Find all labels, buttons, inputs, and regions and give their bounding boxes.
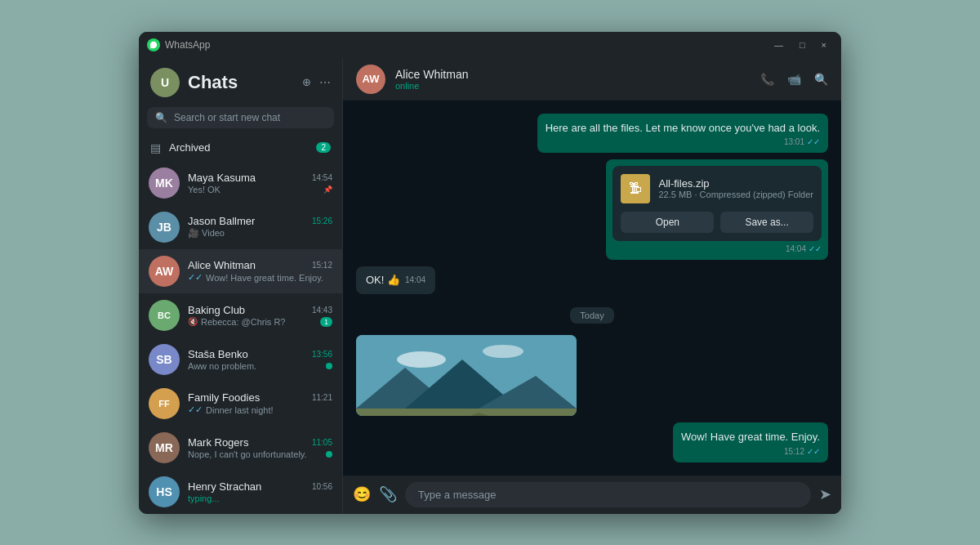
message-time-2: 14:04 — [786, 244, 806, 253]
message-tick-final: ✓✓ — [807, 447, 820, 456]
search-input[interactable] — [174, 112, 326, 123]
app-title: WhatsApp — [165, 39, 768, 51]
chat-avatar-mark: MR — [149, 432, 180, 463]
chat-info-alice: Alice Whitman 15:12 ✓✓ Wow! Have great t… — [188, 259, 332, 283]
file-actions: Open Save as... — [621, 212, 813, 233]
chat-list: MK Maya Kasuma 14:54 Yes! OK 📌 — [139, 161, 342, 514]
chat-topbar-status: online — [395, 81, 751, 91]
message-file-card: 🗜 All-files.zip 22.5 MB · Compressed (zi… — [606, 159, 828, 260]
sidebar-action-icons: ⊕ ⋯ — [302, 76, 331, 89]
message-tick-2: ✓✓ — [808, 244, 822, 253]
voice-call-icon[interactable]: 📞 — [760, 73, 774, 86]
chat-item-family[interactable]: FF Family Foodies 11:21 ✓✓ Dinner last n… — [139, 382, 342, 426]
archived-badge: 2 — [316, 142, 331, 153]
archived-row[interactable]: ▤ Archived 2 — [139, 135, 342, 161]
message-input[interactable] — [405, 482, 811, 507]
chat-preview-maya: Yes! OK — [188, 185, 220, 194]
chat-time-mark: 11:05 — [312, 438, 332, 447]
chat-time-jason: 15:26 — [312, 217, 332, 226]
file-size: 22.5 MB · Compressed (zipped) Folder — [658, 190, 813, 199]
file-info: All-files.zip 22.5 MB · Compressed (zipp… — [658, 177, 813, 199]
main-layout: U Chats ⊕ ⋯ 🔍 ▤ Archived 2 — [139, 58, 841, 514]
chat-topbar-name: Alice Whitman — [395, 68, 751, 81]
new-chat-icon[interactable]: ⊕ — [302, 76, 311, 89]
chat-name-baking: Baking Club — [188, 304, 245, 316]
chat-name-henry: Henry Strachan — [188, 480, 261, 493]
search-bar[interactable]: 🔍 — [147, 107, 334, 128]
message-sent-final: Wow! Have great time. Enjoy. 15:12 ✓✓ — [673, 422, 828, 462]
svg-point-2 — [397, 351, 446, 368]
message-sent-text: Here are all the files. Let me know once… — [537, 114, 828, 153]
message-image: So beautiful here! 15:06 ❤️ — [356, 335, 577, 416]
chat-name-family: Family Foodies — [188, 391, 260, 404]
chat-preview-mark: Nope, I can't go unfortunately. — [188, 449, 307, 459]
chat-avatar-henry: HS — [149, 476, 180, 507]
chat-item-alice[interactable]: AW Alice Whitman 15:12 ✓✓ Wow! Have grea… — [139, 249, 342, 293]
chat-preview-stasa: Aww no problem. — [188, 361, 256, 371]
chat-time-family: 11:21 — [312, 393, 332, 402]
close-button[interactable]: × — [815, 38, 833, 51]
emoji-icon[interactable]: 😊 — [353, 485, 371, 503]
chat-preview-jason: 🎥 Video — [188, 228, 225, 239]
chat-item-stasa[interactable]: SB Staša Benko 13:56 Aww no problem. — [139, 337, 342, 382]
menu-icon[interactable]: ⋯ — [319, 76, 331, 89]
window-controls: — □ × — [768, 38, 833, 51]
input-area: 😊 📎 ➤ — [343, 476, 841, 514]
chat-info-maya: Maya Kasuma 14:54 Yes! OK 📌 — [188, 172, 332, 194]
chat-item-baking[interactable]: BC Baking Club 14:43 🔇 Rebecca: @Chris R… — [139, 293, 342, 337]
message-time-1: 13:01 — [784, 137, 804, 146]
message-ok-wrapper: OK! 👍 14:04 — [356, 266, 435, 294]
online-dot-stasa — [326, 363, 332, 369]
archived-label: Archived — [169, 141, 308, 154]
svg-point-3 — [483, 345, 523, 358]
chat-avatar-jason: JB — [149, 212, 180, 243]
chat-preview-alice: ✓✓ Wow! Have great time. Enjoy. — [188, 272, 323, 283]
online-dot-mark — [326, 451, 332, 458]
search-chat-icon[interactable]: 🔍 — [814, 73, 828, 86]
chat-time-stasa: 13:56 — [312, 350, 332, 359]
chat-avatar-baking: BC — [149, 300, 180, 331]
sidebar-header: U Chats ⊕ ⋯ — [139, 58, 342, 104]
chat-info-jason: Jason Ballmer 15:26 🎥 Video — [188, 215, 332, 239]
chat-item-mark[interactable]: MR Mark Rogers 11:05 Nope, I can't go un… — [139, 426, 342, 470]
user-avatar[interactable]: U — [150, 68, 180, 97]
sidebar: U Chats ⊕ ⋯ 🔍 ▤ Archived 2 — [139, 58, 343, 514]
chat-topbar: AW Alice Whitman online 📞 📹 🔍 — [343, 58, 841, 101]
chat-topbar-avatar: AW — [356, 65, 385, 94]
maximize-button[interactable]: □ — [793, 38, 812, 51]
image-placeholder: So beautiful here! 15:06 — [356, 335, 577, 416]
message-ok-text: OK! 👍 — [366, 273, 400, 288]
chat-name-stasa: Staša Benko — [188, 348, 248, 360]
video-call-icon[interactable]: 📹 — [787, 73, 801, 86]
message-tick-1: ✓✓ — [807, 137, 820, 146]
chat-name-jason: Jason Ballmer — [188, 215, 255, 227]
chat-time-baking: 14:43 — [312, 306, 332, 315]
chat-avatar-family: FF — [149, 388, 180, 419]
minimize-button[interactable]: — — [768, 38, 790, 51]
chat-item-jason[interactable]: JB Jason Ballmer 15:26 🎥 Video — [139, 205, 342, 249]
chat-topbar-icons: 📞 📹 🔍 — [760, 73, 828, 86]
date-divider: Today — [356, 307, 828, 322]
titlebar: WhatsApp — □ × — [139, 32, 841, 58]
attach-icon[interactable]: 📎 — [379, 485, 397, 503]
chat-item-henry[interactable]: HS Henry Strachan 10:56 typing... — [139, 470, 342, 514]
unread-badge-baking: 1 — [320, 317, 332, 327]
chat-avatar-stasa: SB — [149, 344, 180, 375]
file-header: 🗜 All-files.zip 22.5 MB · Compressed (zi… — [621, 174, 813, 203]
chat-name-maya: Maya Kasuma — [188, 172, 256, 184]
file-save-button[interactable]: Save as... — [720, 212, 813, 233]
sidebar-title: Chats — [188, 72, 302, 93]
file-open-button[interactable]: Open — [621, 212, 714, 233]
chat-item-maya[interactable]: MK Maya Kasuma 14:54 Yes! OK 📌 — [139, 161, 342, 205]
message-text-final: Wow! Have great time. Enjoy. — [681, 431, 820, 443]
chat-preview-henry: typing... — [188, 494, 220, 503]
message-text-1: Here are all the files. Let me know once… — [546, 122, 820, 134]
chat-preview-family: ✓✓ Dinner last night! — [188, 404, 274, 415]
chat-info-henry: Henry Strachan 10:56 typing... — [188, 480, 332, 503]
chat-avatar-alice: AW — [149, 256, 180, 287]
search-icon: 🔍 — [155, 112, 167, 123]
chat-info-stasa: Staša Benko 13:56 Aww no problem. — [188, 348, 332, 371]
chat-info-baking: Baking Club 14:43 🔇 Rebecca: @Chris R? 1 — [188, 304, 332, 327]
messages-area[interactable]: Here are all the files. Let me know once… — [343, 101, 841, 476]
send-button[interactable]: ➤ — [819, 485, 831, 503]
